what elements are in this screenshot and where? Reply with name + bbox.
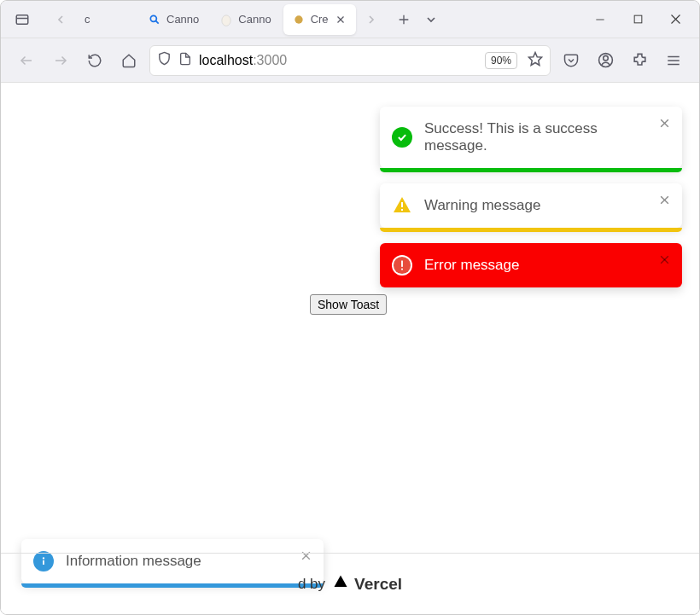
account-icon[interactable] (592, 47, 619, 74)
svg-rect-0 (16, 15, 28, 24)
reload-icon[interactable] (81, 47, 108, 74)
toast-stack-top-right: Success! This is a success message. Warn… (380, 107, 682, 287)
vercel-logo-icon (330, 574, 349, 594)
page-info-icon[interactable] (178, 52, 192, 69)
tab-label: c (85, 13, 90, 26)
svg-rect-25 (401, 209, 403, 211)
svg-point-5 (295, 15, 302, 23)
tab-label: Cre (311, 13, 329, 26)
close-window-icon[interactable] (658, 6, 692, 33)
tab-list-icon[interactable] (417, 6, 445, 33)
progress-bar (380, 228, 682, 232)
dot-icon (292, 13, 306, 26)
progress-bar (380, 168, 682, 172)
toast-warning: Warning message (380, 183, 682, 228)
tab-label: Canno (238, 13, 271, 26)
close-icon[interactable] (656, 192, 672, 207)
svg-point-2 (150, 15, 156, 21)
maximize-icon[interactable] (621, 6, 655, 33)
warning-triangle-icon (392, 195, 412, 216)
close-icon[interactable] (656, 252, 672, 267)
home-icon[interactable] (115, 47, 143, 74)
egg-icon (219, 13, 233, 26)
tab-bar: c Canno Canno Cre (1, 1, 699, 38)
url-text: localhost:3000 (199, 53, 478, 68)
tab-3-active[interactable]: Cre (283, 4, 356, 35)
svg-marker-16 (529, 52, 542, 65)
toast-error: Error message (380, 243, 682, 287)
zoom-badge[interactable]: 90% (485, 52, 517, 69)
bookmark-star-icon[interactable] (528, 51, 543, 70)
search-icon (148, 13, 161, 26)
page-content: Show Toast Success! This is a success me… (1, 83, 699, 614)
svg-line-3 (155, 20, 158, 23)
url-field[interactable]: localhost:3000 90% (149, 45, 551, 76)
url-bar: localhost:3000 90% (1, 38, 699, 83)
tab-0[interactable]: c (76, 4, 136, 35)
toast-success: Success! This is a success message. (380, 107, 682, 168)
vercel-text: Vercel (354, 575, 402, 594)
tab-close-icon[interactable] (334, 13, 347, 26)
footer-text: d by (298, 576, 325, 593)
sidebar-toggle-icon[interactable] (8, 5, 37, 34)
new-tab-icon[interactable] (390, 6, 417, 33)
toast-message: Warning message (424, 197, 540, 213)
check-circle-icon (392, 127, 412, 148)
extensions-icon[interactable] (626, 47, 653, 74)
close-icon[interactable] (656, 115, 672, 131)
svg-rect-30 (401, 269, 403, 270)
error-circle-icon (392, 255, 412, 276)
menu-icon[interactable] (660, 47, 687, 74)
svg-rect-11 (634, 15, 642, 23)
tab-1[interactable]: Canno (139, 4, 207, 35)
svg-point-18 (603, 55, 608, 61)
nav-forward-icon[interactable] (47, 47, 74, 74)
svg-rect-24 (401, 202, 403, 207)
show-toast-button[interactable]: Show Toast (310, 294, 387, 315)
page-footer: d by Vercel (1, 553, 699, 614)
toast-message: Success! This is a success message. (424, 120, 598, 154)
tab-label: Canno (166, 13, 199, 26)
window-controls (583, 6, 692, 33)
tab-back-icon[interactable] (47, 6, 74, 33)
svg-point-4 (222, 15, 230, 26)
tab-forward-icon[interactable] (358, 6, 385, 33)
pocket-icon[interactable] (557, 47, 585, 74)
nav-back-icon[interactable] (13, 47, 40, 74)
tab-2[interactable]: Canno (211, 4, 279, 35)
shield-icon[interactable] (157, 51, 172, 69)
toast-message: Error message (424, 257, 519, 273)
minimize-icon[interactable] (583, 6, 617, 33)
svg-rect-29 (401, 261, 403, 267)
